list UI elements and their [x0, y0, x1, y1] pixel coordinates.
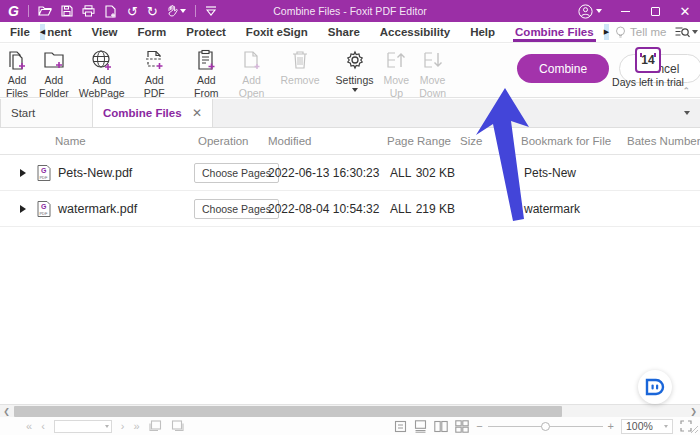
quick-access-toolbar: G ↺ ↻: [0, 4, 217, 18]
svg-text:G: G: [41, 202, 47, 209]
tab-close-icon[interactable]: ✕: [192, 106, 202, 120]
zoom-in-icon[interactable]: +: [608, 420, 614, 432]
maximize-button[interactable]: [640, 0, 670, 22]
chevron-down-icon: [664, 425, 668, 428]
chevron-down-icon: [352, 88, 358, 92]
file-modified: 2022-08-04 10:54:32: [268, 202, 379, 216]
zoom-controls: − + 100%: [394, 419, 692, 434]
chevron-down-icon: [596, 9, 602, 13]
menu-protect[interactable]: Protect: [176, 26, 236, 38]
resize-grip[interactable]: [690, 425, 699, 434]
menu-foxit-esign[interactable]: Foxit eSign: [236, 26, 318, 38]
file-bookmark: watermark: [524, 202, 580, 216]
undo-icon[interactable]: ↺: [127, 5, 138, 18]
redo-icon[interactable]: ↻: [147, 5, 158, 18]
move-down-icon: [421, 48, 445, 72]
column-header-bookmark[interactable]: Bookmark for File: [521, 135, 611, 147]
continuous-view-icon[interactable]: [414, 420, 427, 433]
column-header-size[interactable]: Size: [460, 135, 482, 147]
tab-list-dropdown-icon[interactable]: [684, 111, 690, 115]
create-pdf-icon[interactable]: [104, 5, 118, 18]
tab-combine-files[interactable]: Combine Files ✕: [93, 99, 213, 127]
page-number-input[interactable]: [54, 420, 112, 433]
close-button[interactable]: ✕: [670, 0, 700, 22]
column-header-modified[interactable]: Modified: [268, 135, 311, 147]
title-bar: G ↺ ↻ Combine Files - Foxit PDF Editor ✕: [0, 0, 700, 22]
menu-share[interactable]: Share: [318, 26, 370, 38]
zoom-out-icon[interactable]: −: [476, 420, 482, 432]
next-page-icon[interactable]: ›: [121, 420, 125, 432]
menu-form[interactable]: Form: [127, 26, 176, 38]
combine-button[interactable]: Combine: [517, 54, 609, 83]
advanced-search-button[interactable]: [675, 26, 698, 38]
move-up-icon: [384, 48, 408, 72]
add-webpage-button[interactable]: Add WebPage: [74, 44, 130, 97]
add-folder-button[interactable]: Add Folder: [34, 44, 74, 97]
menu-accessibility[interactable]: Accessibility: [370, 26, 460, 38]
facing-view-icon[interactable]: [434, 420, 448, 433]
scrollbar-thumb[interactable]: [14, 406, 562, 417]
menu-scroll-right-icon[interactable]: ▶: [604, 24, 609, 40]
menu-view[interactable]: View: [81, 26, 127, 38]
expand-row-icon[interactable]: [20, 169, 26, 177]
menu-comment-partial[interactable]: nent: [45, 26, 81, 38]
file-size: 302 KB: [395, 166, 455, 180]
pdf-file-icon: GPDF: [37, 164, 51, 181]
single-page-view-icon[interactable]: [394, 420, 407, 433]
tell-me-button[interactable]: Tell me: [615, 26, 666, 39]
add-files-button[interactable]: Add Files: [0, 44, 34, 97]
expand-row-icon[interactable]: [20, 205, 26, 213]
divider: [28, 5, 29, 17]
save-icon[interactable]: [61, 5, 73, 17]
previous-view-icon[interactable]: [149, 420, 162, 432]
column-header-name[interactable]: Name: [55, 135, 86, 147]
pdf-file-icon: GPDF: [37, 200, 51, 217]
menu-combine-files[interactable]: Combine Files: [505, 26, 604, 38]
choose-pages-button[interactable]: Choose Pages: [194, 163, 279, 183]
horizontal-scrollbar[interactable]: ❮ ❯: [0, 404, 700, 417]
open-files-icon: [240, 48, 264, 72]
clipboard-icon: [194, 48, 218, 72]
add-pdf-from-scanner-button[interactable]: Add PDF from Scanner: [130, 44, 179, 97]
file-modified: 2022-06-13 16:30:23: [268, 166, 379, 180]
account-button[interactable]: [578, 4, 602, 19]
foxit-logo-icon[interactable]: G: [8, 4, 19, 18]
column-header-operation[interactable]: Operation: [198, 135, 249, 147]
trial-widget[interactable]: 14 Days left in trial: [608, 47, 688, 88]
add-from-clipboard-button[interactable]: Add From Clipboard: [179, 44, 234, 97]
foxit-pdf-editor-window: G ↺ ↻ Combine Files - Foxit PDF Editor ✕: [0, 0, 700, 435]
move-down-button: Move Down: [414, 44, 451, 97]
menu-file[interactable]: File: [0, 26, 40, 38]
svg-text:PDF: PDF: [39, 174, 48, 179]
ai-assistant-button[interactable]: [638, 370, 672, 404]
table-header-row: Name Operation Modified Page Range Size …: [0, 129, 700, 155]
zoom-slider[interactable]: − +: [476, 420, 614, 432]
print-icon[interactable]: [82, 5, 95, 17]
customize-toolbar-icon[interactable]: [205, 6, 217, 16]
last-page-icon[interactable]: »: [133, 420, 139, 432]
chevron-down-icon: [692, 30, 698, 34]
column-header-bates[interactable]: Bates Number: [627, 135, 700, 147]
previous-page-icon[interactable]: ‹: [41, 420, 45, 432]
settings-button[interactable]: Settings: [331, 44, 379, 97]
menu-help[interactable]: Help: [460, 26, 505, 38]
choose-pages-button[interactable]: Choose Pages: [194, 199, 279, 219]
remove-button: Remove: [275, 44, 324, 97]
svg-text:G: G: [41, 166, 47, 173]
column-header-page-range[interactable]: Page Range: [387, 135, 451, 147]
move-up-button: Move Up: [379, 44, 415, 97]
minimize-button[interactable]: [610, 0, 640, 22]
hand-tool-icon[interactable]: [167, 5, 186, 17]
trash-icon: [289, 48, 311, 72]
add-open-files-button: Add Open Files: [234, 44, 270, 97]
zoom-level-select[interactable]: 100%: [621, 419, 673, 434]
table-row[interactable]: GPDF watermark.pdf Choose Pages 2022-08-…: [0, 191, 700, 227]
table-row[interactable]: GPDF Pets-New.pdf Choose Pages 2022-06-1…: [0, 155, 700, 191]
tab-start[interactable]: Start: [0, 99, 93, 127]
continuous-facing-view-icon[interactable]: [455, 420, 469, 433]
next-view-icon[interactable]: [171, 420, 184, 432]
first-page-icon[interactable]: «: [26, 420, 32, 432]
open-file-icon[interactable]: [38, 5, 52, 17]
collapse-ribbon-icon[interactable]: ⌃: [682, 86, 690, 96]
add-folder-icon: [42, 48, 66, 72]
